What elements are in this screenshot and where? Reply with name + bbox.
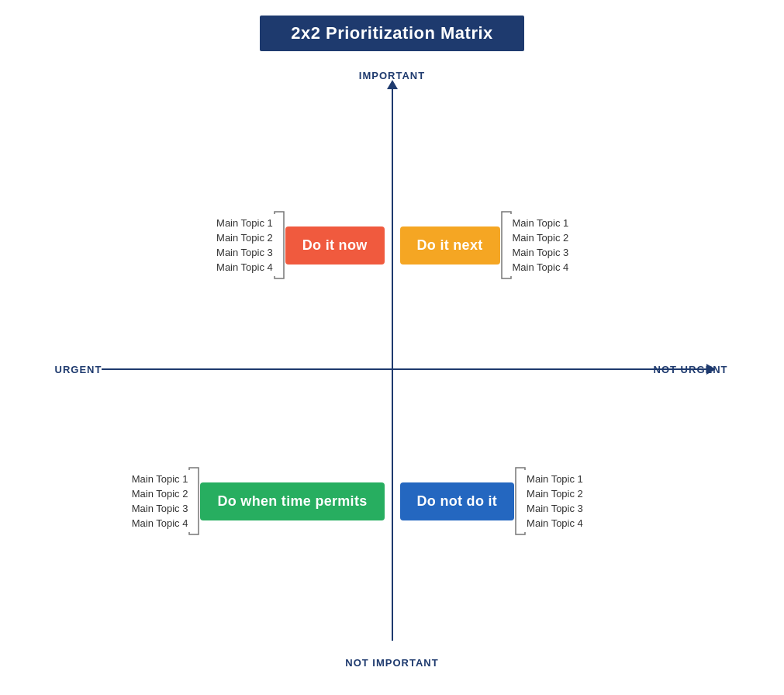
bracket-left-bottom-right — [514, 466, 527, 536]
page-title: 2x2 Prioritization Matrix — [260, 16, 524, 51]
quadrant-bottom-right: Do not do it Main Topic 1 Main Topic 2 M… — [400, 377, 706, 625]
horizontal-axis — [102, 368, 714, 370]
topic-list-top-left: Main Topic 1 Main Topic 2 Main Topic 3 M… — [216, 217, 273, 273]
do-when-time-permits-button[interactable]: Do when time permits — [200, 482, 384, 520]
list-item: Main Topic 4 — [132, 517, 188, 529]
bracket-left-top-right — [500, 210, 513, 280]
q-bottom-left-layout: Main Topic 1 Main Topic 2 Main Topic 3 M… — [109, 466, 385, 536]
list-item: Main Topic 2 — [216, 232, 273, 244]
quadrant-top-left: Main Topic 1 Main Topic 2 Main Topic 3 M… — [109, 129, 385, 361]
list-item: Main Topic 2 — [513, 232, 569, 244]
page-title-container: 2x2 Prioritization Matrix — [260, 0, 524, 59]
list-item: Main Topic 4 — [513, 261, 569, 273]
topic-list-top-right: Main Topic 1 Main Topic 2 Main Topic 3 M… — [513, 217, 569, 273]
list-item: Main Topic 1 — [132, 473, 188, 485]
list-item: Main Topic 1 — [527, 473, 583, 485]
bracket-right-top-left — [273, 210, 285, 280]
list-item: Main Topic 3 — [132, 503, 188, 514]
do-it-now-button[interactable]: Do it now — [285, 226, 385, 265]
q-bottom-right-layout: Do not do it Main Topic 1 Main Topic 2 M… — [400, 466, 706, 536]
bracket-right-bottom-left — [188, 466, 200, 536]
list-item: Main Topic 1 — [513, 217, 569, 229]
list-item: Main Topic 2 — [132, 488, 188, 500]
list-item: Main Topic 3 — [527, 503, 583, 514]
label-important: IMPORTANT — [359, 70, 425, 81]
label-not-important: NOT IMPORTANT — [345, 657, 438, 669]
quadrant-bottom-left: Main Topic 1 Main Topic 2 Main Topic 3 M… — [109, 377, 385, 625]
quadrant-top-right: Do it next Main Topic 1 Main Topic 2 Mai… — [400, 129, 706, 361]
list-item: Main Topic 1 — [216, 217, 273, 229]
list-item: Main Topic 4 — [527, 517, 583, 529]
list-item: Main Topic 4 — [216, 261, 273, 273]
list-item: Main Topic 3 — [513, 247, 569, 258]
q-top-right-layout: Do it next Main Topic 1 Main Topic 2 Mai… — [400, 210, 706, 280]
list-item: Main Topic 3 — [216, 247, 273, 258]
topic-list-bottom-right: Main Topic 1 Main Topic 2 Main Topic 3 M… — [527, 473, 583, 529]
topic-list-bottom-left: Main Topic 1 Main Topic 2 Main Topic 3 M… — [132, 473, 188, 529]
do-not-do-it-button[interactable]: Do not do it — [400, 482, 515, 520]
vertical-axis — [392, 82, 393, 641]
matrix-container: IMPORTANT NOT IMPORTANT URGENT NOT URGEN… — [55, 67, 730, 672]
do-it-next-button[interactable]: Do it next — [400, 226, 500, 265]
q-top-left-layout: Main Topic 1 Main Topic 2 Main Topic 3 M… — [109, 210, 385, 280]
label-urgent: URGENT — [55, 364, 102, 375]
list-item: Main Topic 2 — [527, 488, 583, 500]
label-not-urgent: NOT URGENT — [654, 364, 728, 375]
